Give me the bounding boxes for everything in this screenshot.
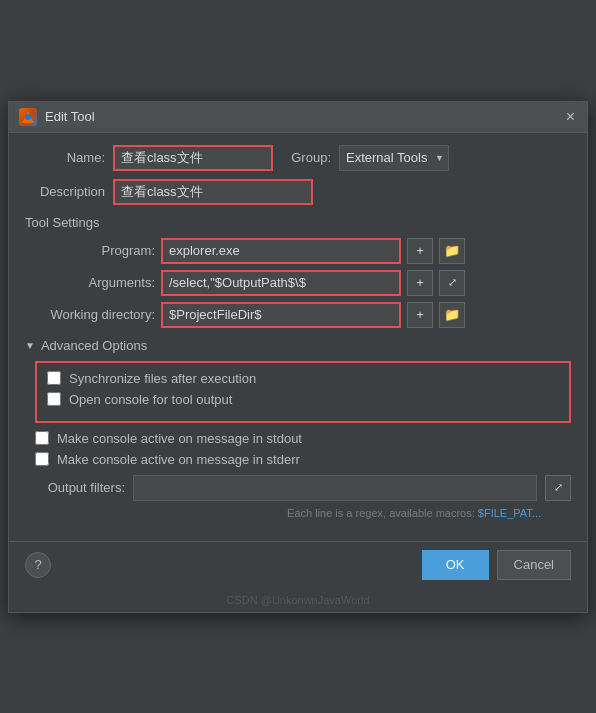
program-input[interactable] [161, 238, 401, 264]
title-bar-left: Edit Tool [19, 108, 95, 126]
stderr-checkbox[interactable] [35, 452, 49, 466]
ok-button[interactable]: OK [422, 550, 489, 580]
dialog-body: Name: Group: External Tools Description … [9, 133, 587, 541]
working-dir-add-button[interactable]: + [407, 302, 433, 328]
advanced-section: ▼ Advanced Options Synchronize files aft… [25, 338, 571, 519]
name-group-row: Name: Group: External Tools [25, 145, 571, 171]
stderr-label[interactable]: Make console active on message in stderr [57, 452, 300, 467]
stdout-label[interactable]: Make console active on message in stdout [57, 431, 302, 446]
stderr-checkbox-row: Make console active on message in stderr [35, 452, 571, 467]
working-dir-row: Working directory: + 📁 [25, 302, 571, 328]
program-label: Program: [25, 243, 155, 258]
expand-icon: ⤢ [448, 276, 457, 289]
folder-icon: 📁 [444, 307, 460, 322]
watermark: CSDN @UnkonwnJavaWorld [9, 592, 587, 612]
advanced-header[interactable]: ▼ Advanced Options [25, 338, 571, 353]
open-console-label[interactable]: Open console for tool output [69, 392, 232, 407]
action-buttons: OK Cancel [422, 550, 571, 580]
arguments-label: Arguments: [25, 275, 155, 290]
expand-icon: ⤢ [554, 481, 563, 494]
group-container: External Tools [339, 145, 449, 171]
help-button[interactable]: ? [25, 552, 51, 578]
group-label: Group: [281, 150, 331, 165]
folder-icon: 📁 [444, 243, 460, 258]
tool-settings: Program: + 📁 Arguments: + ⤢ [25, 238, 571, 328]
sync-checkbox[interactable] [47, 371, 61, 385]
extra-checkboxes: Make console active on message in stdout… [35, 431, 571, 467]
app-icon [19, 108, 37, 126]
working-dir-label: Working directory: [25, 307, 155, 322]
advanced-content: Synchronize files after execution Open c… [35, 361, 571, 423]
output-filters-expand-button[interactable]: ⤢ [545, 475, 571, 501]
plus-icon: + [416, 243, 424, 258]
arguments-input[interactable] [161, 270, 401, 296]
dialog-title: Edit Tool [45, 109, 95, 124]
description-input[interactable] [113, 179, 313, 205]
output-filters-input[interactable] [133, 475, 537, 501]
hint-link: $FILE_PAT... [478, 507, 541, 519]
open-console-checkbox[interactable] [47, 392, 61, 406]
sync-label[interactable]: Synchronize files after execution [69, 371, 256, 386]
triangle-icon: ▼ [25, 340, 35, 351]
name-input[interactable] [113, 145, 273, 171]
working-dir-folder-button[interactable]: 📁 [439, 302, 465, 328]
group-select[interactable]: External Tools [339, 145, 449, 171]
program-row: Program: + 📁 [25, 238, 571, 264]
stdout-checkbox[interactable] [35, 431, 49, 445]
edit-tool-dialog: Edit Tool × Name: Group: External Tools … [8, 101, 588, 613]
bottom-bar: ? OK Cancel [9, 541, 587, 592]
tool-settings-header: Tool Settings [25, 215, 571, 230]
plus-icon: + [416, 307, 424, 322]
hint-text: Each line is a regex, available macros: … [25, 507, 571, 519]
description-row: Description [25, 179, 571, 205]
open-console-checkbox-row: Open console for tool output [47, 392, 559, 407]
program-add-button[interactable]: + [407, 238, 433, 264]
cancel-button[interactable]: Cancel [497, 550, 571, 580]
arguments-expand-button[interactable]: ⤢ [439, 270, 465, 296]
svg-point-1 [25, 114, 31, 120]
sync-checkbox-row: Synchronize files after execution [47, 371, 559, 386]
working-dir-input[interactable] [161, 302, 401, 328]
stdout-checkbox-row: Make console active on message in stdout [35, 431, 571, 446]
plus-icon: + [416, 275, 424, 290]
advanced-label: Advanced Options [41, 338, 147, 353]
close-button[interactable]: × [564, 109, 577, 125]
arguments-add-button[interactable]: + [407, 270, 433, 296]
arguments-row: Arguments: + ⤢ [25, 270, 571, 296]
hint-content: Each line is a regex, available macros: [287, 507, 478, 519]
output-filters-row: Output filters: ⤢ [25, 475, 571, 501]
title-bar: Edit Tool × [9, 102, 587, 133]
output-filters-label: Output filters: [25, 480, 125, 495]
program-folder-button[interactable]: 📁 [439, 238, 465, 264]
description-label: Description [25, 184, 105, 199]
name-label: Name: [25, 150, 105, 165]
